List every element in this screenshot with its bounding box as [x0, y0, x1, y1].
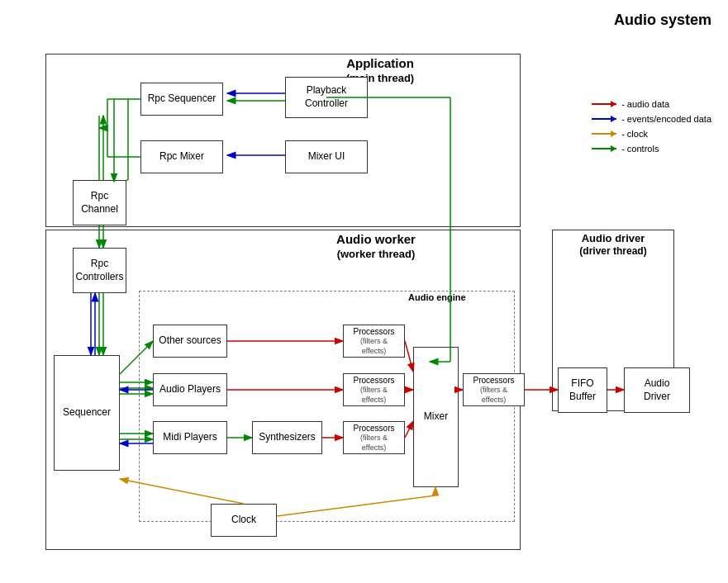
- rpc-mixer-box: Rpc Mixer: [140, 140, 223, 173]
- worker-label: Audio worker(worker thread): [293, 232, 459, 260]
- processors-3-box: Processors (filters & effects): [343, 421, 405, 454]
- playback-controller-box: Playback Controller: [285, 77, 368, 118]
- rpc-sequencer-box: Rpc Sequencer: [140, 83, 223, 116]
- fifo-buffer-box: FIFO Buffer: [558, 367, 607, 413]
- rpc-channel-box: Rpc Channel: [73, 180, 126, 225]
- legend-audio-data: - audio data: [592, 99, 711, 109]
- processors-4-box: Processors (filters & effects): [463, 373, 525, 406]
- engine-label: Audio engine: [408, 292, 466, 302]
- midi-players-box: Midi Players: [153, 421, 227, 454]
- mixer-ui-box: Mixer UI: [285, 140, 368, 173]
- audio-players-box: Audio Players: [153, 373, 227, 406]
- processors-1-box: Processors (filters & effects): [343, 325, 405, 358]
- mixer-box: Mixer: [413, 347, 459, 487]
- synthesizers-box: Synthesizers: [252, 421, 322, 454]
- legend-clock: - clock: [592, 129, 711, 139]
- driver-outer-label: Audio driver(driver thread): [555, 232, 671, 257]
- processors-2-box: Processors (filters & effects): [343, 373, 405, 406]
- audio-driver-box: Audio Driver: [624, 367, 690, 413]
- sequencer-box: Sequencer: [54, 355, 120, 471]
- legend-events-data: - events/encoded data: [592, 114, 711, 124]
- rpc-controllers-box: Rpc Controllers: [73, 248, 126, 293]
- clock-box: Clock: [211, 504, 277, 537]
- legend-controls: - controls: [592, 144, 711, 154]
- other-sources-box: Other sources: [153, 325, 227, 358]
- legend: - audio data - events/encoded data - clo…: [592, 99, 711, 154]
- page-title: Audio system: [614, 12, 711, 29]
